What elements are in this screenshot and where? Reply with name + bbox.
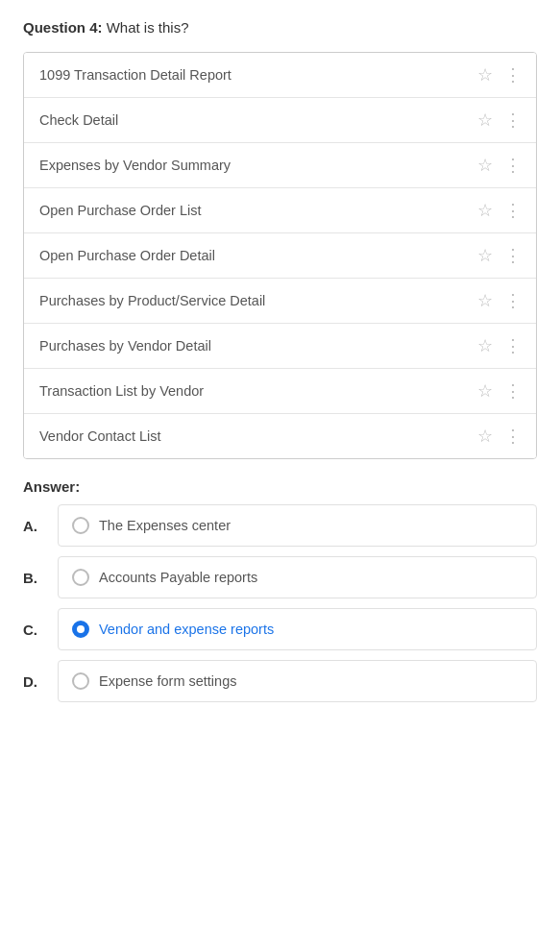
more-options-icon[interactable]: ⋮ — [504, 382, 521, 400]
answer-option-box[interactable]: Expense form settings — [58, 660, 537, 702]
more-options-icon[interactable]: ⋮ — [504, 202, 521, 219]
answer-option-text: Expense form settings — [99, 673, 236, 689]
answer-option-letter: A. — [23, 518, 44, 534]
answer-option-box[interactable]: Vendor and expense reports — [58, 608, 537, 650]
report-item-name: Purchases by Vendor Detail — [39, 338, 477, 354]
report-item-actions: ☆⋮ — [477, 247, 521, 264]
more-options-icon[interactable]: ⋮ — [504, 157, 521, 174]
report-item: Transaction List by Vendor☆⋮ — [24, 369, 536, 414]
answer-option-letter: D. — [23, 673, 44, 690]
more-options-icon[interactable]: ⋮ — [504, 66, 521, 84]
answer-option-text: Accounts Payable reports — [99, 570, 257, 585]
answer-option-letter: B. — [23, 570, 44, 586]
star-icon[interactable]: ☆ — [477, 157, 493, 174]
report-item-name: Check Detail — [39, 112, 477, 128]
report-item: Purchases by Vendor Detail☆⋮ — [24, 324, 536, 369]
report-item: Open Purchase Order List☆⋮ — [24, 188, 536, 233]
answers-wrapper: Answer: A.The Expenses centerB.Accounts … — [23, 478, 537, 702]
report-item-name: 1099 Transaction Detail Report — [39, 67, 477, 83]
star-icon[interactable]: ☆ — [477, 202, 493, 219]
more-options-icon[interactable]: ⋮ — [504, 247, 521, 264]
radio-button[interactable] — [72, 569, 89, 586]
answer-row: D.Expense form settings — [23, 660, 537, 702]
report-item-actions: ☆⋮ — [477, 111, 521, 129]
report-item-actions: ☆⋮ — [477, 66, 521, 84]
star-icon[interactable]: ☆ — [477, 247, 493, 264]
report-item-actions: ☆⋮ — [477, 337, 521, 354]
report-item-actions: ☆⋮ — [477, 292, 521, 309]
answer-label: Answer: — [23, 478, 537, 495]
answer-option-text: Vendor and expense reports — [99, 622, 274, 637]
report-item-actions: ☆⋮ — [477, 382, 521, 400]
answer-option-letter: C. — [23, 622, 44, 638]
radio-button[interactable] — [72, 517, 89, 534]
question-header: Question 4: What is this? — [23, 19, 537, 36]
answer-row: C.Vendor and expense reports — [23, 608, 537, 650]
radio-button[interactable] — [72, 672, 89, 690]
radio-button[interactable] — [72, 621, 89, 638]
report-item: Expenses by Vendor Summary☆⋮ — [24, 143, 536, 188]
answer-row: B.Accounts Payable reports — [23, 556, 537, 598]
report-item-actions: ☆⋮ — [477, 157, 521, 174]
report-item: 1099 Transaction Detail Report☆⋮ — [24, 53, 536, 98]
answer-option-text: The Expenses center — [99, 518, 231, 533]
report-item-name: Transaction List by Vendor — [39, 383, 477, 399]
star-icon[interactable]: ☆ — [477, 111, 493, 129]
more-options-icon[interactable]: ⋮ — [504, 427, 521, 445]
more-options-icon[interactable]: ⋮ — [504, 111, 521, 129]
report-item-actions: ☆⋮ — [477, 427, 521, 445]
star-icon[interactable]: ☆ — [477, 337, 493, 354]
star-icon[interactable]: ☆ — [477, 292, 493, 309]
report-item: Purchases by Product/Service Detail☆⋮ — [24, 279, 536, 324]
more-options-icon[interactable]: ⋮ — [504, 292, 521, 309]
star-icon[interactable]: ☆ — [477, 66, 493, 84]
radio-inner — [77, 625, 85, 633]
report-list: 1099 Transaction Detail Report☆⋮Check De… — [23, 52, 537, 459]
report-item-name: Vendor Contact List — [39, 428, 477, 444]
star-icon[interactable]: ☆ — [477, 382, 493, 400]
more-options-icon[interactable]: ⋮ — [504, 337, 521, 354]
report-item: Open Purchase Order Detail☆⋮ — [24, 233, 536, 279]
star-icon[interactable]: ☆ — [477, 427, 493, 445]
answer-row: A.The Expenses center — [23, 504, 537, 547]
report-item-actions: ☆⋮ — [477, 202, 521, 219]
report-item: Check Detail☆⋮ — [24, 98, 536, 143]
report-item-name: Open Purchase Order List — [39, 203, 477, 218]
answer-option-box[interactable]: Accounts Payable reports — [58, 556, 537, 598]
report-item: Vendor Contact List☆⋮ — [24, 414, 536, 458]
question-label: Question 4: — [23, 19, 103, 36]
question-text: What is this? — [107, 19, 189, 36]
answer-option-box[interactable]: The Expenses center — [58, 504, 537, 547]
report-item-name: Open Purchase Order Detail — [39, 248, 477, 263]
report-item-name: Purchases by Product/Service Detail — [39, 293, 477, 308]
report-item-name: Expenses by Vendor Summary — [39, 158, 477, 173]
